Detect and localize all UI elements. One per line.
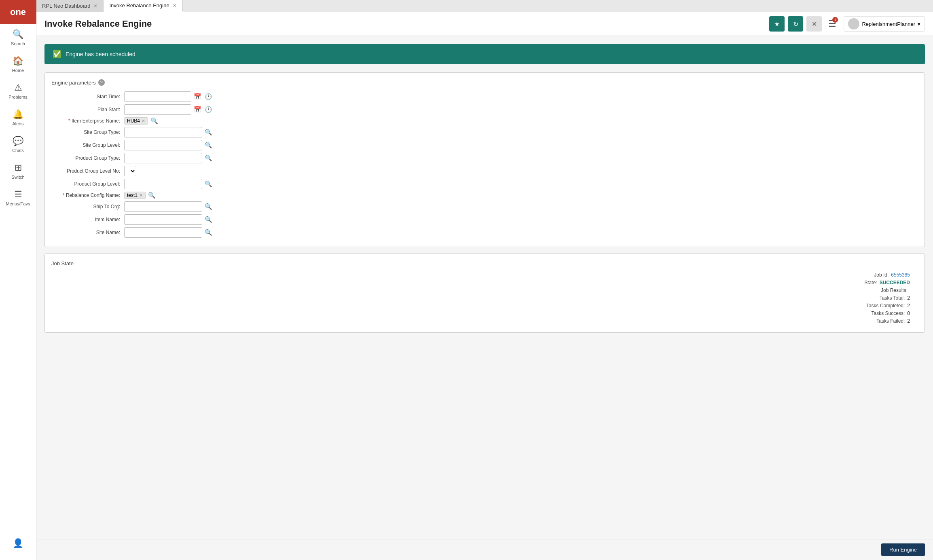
sidebar: one 🔍 Search 🏠 Home ⚠ Problems 🔔 Alerts … — [0, 0, 36, 560]
run-engine-button[interactable]: Run Engine — [881, 543, 925, 556]
sidebar-item-home[interactable]: 🏠 Home — [0, 51, 36, 78]
state-row: State: SUCCEEDED — [51, 280, 918, 285]
product-group-type-input[interactable] — [124, 153, 202, 163]
item-enterprise-name-search-icon[interactable]: 🔍 — [150, 117, 159, 125]
app-logo: one — [0, 0, 36, 24]
tab-rebalance[interactable]: Invoke Rebalance Engine ✕ — [104, 0, 182, 12]
field-product-group-level: Product Group Level: 🔍 — [51, 179, 918, 189]
tasks-failed-label: Tasks Failed: — [842, 318, 907, 324]
start-time-label: Start Time: — [51, 94, 124, 99]
job-id-value[interactable]: 6555385 — [891, 272, 910, 278]
product-group-level-input[interactable] — [124, 179, 202, 189]
rebalance-config-name-tag-value: test1 — [127, 192, 138, 198]
content-area: ✅ Engine has been scheduled Engine param… — [36, 36, 933, 539]
user-dropdown[interactable]: ReplenishmentPlanner ▾ — [844, 16, 925, 32]
rebalance-config-name-tag-remove[interactable]: ✕ — [139, 193, 143, 198]
success-message: Engine has been scheduled — [66, 51, 135, 57]
plan-start-calendar-icon[interactable]: 📅 — [193, 106, 202, 113]
sidebar-item-alerts[interactable]: 🔔 Alerts — [0, 104, 36, 131]
ship-to-org-search-icon[interactable]: 🔍 — [204, 203, 213, 210]
tasks-completed-value: 2 — [907, 303, 910, 309]
site-group-level-label: Site Group Level: — [51, 142, 124, 148]
site-group-type-label: Site Group Type: — [51, 129, 124, 135]
favorite-button[interactable]: ★ — [769, 16, 785, 32]
sidebar-item-menus[interactable]: ☰ Menus/Favs — [0, 184, 36, 211]
chevron-down-icon: ▾ — [918, 21, 920, 27]
page-header: Invoke Rebalance Engine ★ ↻ ✕ ☰ 1 Replen… — [36, 12, 933, 36]
item-name-search-icon[interactable]: 🔍 — [204, 216, 213, 223]
plan-start-clock-icon[interactable]: 🕐 — [204, 106, 213, 113]
tab-dashboard[interactable]: RPL Neo Dashboard ✕ — [36, 0, 104, 12]
sidebar-item-label-alerts: Alerts — [12, 121, 23, 126]
notification-button[interactable]: ☰ 1 — [828, 19, 836, 29]
ship-to-org-input[interactable] — [124, 201, 202, 212]
start-time-calendar-icon[interactable]: 📅 — [193, 93, 202, 100]
tasks-total-row: Tasks Total: 2 — [51, 295, 918, 301]
product-group-level-no-label: Product Group Level No: — [51, 168, 124, 174]
start-time-input[interactable] — [124, 91, 191, 102]
job-state-title: Job State — [51, 260, 918, 266]
item-enterprise-name-tag-remove[interactable]: ✕ — [142, 118, 145, 124]
tasks-total-label: Tasks Total: — [842, 295, 907, 301]
chats-icon: 💬 — [13, 136, 23, 146]
plan-start-label: Plan Start: — [51, 107, 124, 112]
home-icon: 🏠 — [13, 56, 23, 66]
help-icon[interactable]: ? — [98, 79, 105, 86]
rebalance-config-name-input-wrap: test1 ✕ 🔍 — [124, 192, 213, 199]
rebalance-config-name-label: Rebalance Config Name: — [51, 192, 124, 198]
plan-start-input[interactable] — [124, 104, 191, 115]
site-group-level-search-icon[interactable]: 🔍 — [204, 142, 213, 149]
product-group-level-no-input-wrap — [124, 166, 213, 176]
site-group-level-input[interactable] — [124, 140, 202, 150]
job-state-label: Job State — [51, 260, 74, 266]
site-group-type-search-icon[interactable]: 🔍 — [204, 129, 213, 136]
rebalance-config-name-search-icon[interactable]: 🔍 — [147, 192, 157, 199]
main-area: RPL Neo Dashboard ✕ Invoke Rebalance Eng… — [36, 0, 933, 560]
refresh-button[interactable]: ↻ — [788, 16, 803, 32]
product-group-type-input-wrap: 🔍 — [124, 153, 213, 163]
sidebar-item-label-home: Home — [12, 68, 24, 73]
tasks-failed-row: Tasks Failed: 2 — [51, 318, 918, 324]
start-time-clock-icon[interactable]: 🕐 — [204, 93, 213, 100]
product-group-level-input-wrap: 🔍 — [124, 179, 213, 189]
item-enterprise-name-label: Item Enterprise Name: — [51, 118, 124, 124]
sidebar-item-problems[interactable]: ⚠ Problems — [0, 78, 36, 104]
site-name-input[interactable] — [124, 227, 202, 238]
item-name-input-wrap: 🔍 — [124, 214, 213, 225]
product-group-type-search-icon[interactable]: 🔍 — [204, 154, 213, 162]
sidebar-item-label-menus: Menus/Favs — [6, 201, 30, 206]
item-enterprise-name-tag: HUB4 ✕ — [124, 117, 148, 125]
state-label: State: — [815, 280, 880, 285]
field-site-group-type: Site Group Type: 🔍 — [51, 127, 918, 137]
site-name-input-wrap: 🔍 — [124, 227, 213, 238]
tab-rebalance-label: Invoke Rebalance Engine — [109, 2, 169, 8]
sidebar-item-switch[interactable]: ⊞ Switch — [0, 158, 36, 184]
tab-dashboard-close[interactable]: ✕ — [93, 4, 97, 8]
sidebar-item-user-settings[interactable]: 👤 — [11, 533, 25, 555]
user-avatar — [848, 18, 859, 30]
site-group-type-input[interactable] — [124, 127, 202, 137]
sidebar-item-label-search: Search — [11, 41, 25, 46]
sidebar-item-chats[interactable]: 💬 Chats — [0, 131, 36, 158]
sidebar-item-search[interactable]: 🔍 Search — [0, 24, 36, 51]
tasks-success-label: Tasks Success: — [842, 311, 907, 316]
success-banner: ✅ Engine has been scheduled — [44, 44, 925, 64]
tasks-failed-value: 2 — [907, 318, 910, 324]
product-group-level-no-select[interactable] — [124, 166, 136, 176]
state-value: SUCCEEDED — [880, 280, 910, 285]
tab-dashboard-label: RPL Neo Dashboard — [42, 3, 90, 9]
engine-params-label: Engine parameters — [51, 80, 96, 86]
close-button[interactable]: ✕ — [806, 16, 822, 32]
start-time-input-wrap: 📅 🕐 — [124, 91, 213, 102]
item-name-input[interactable] — [124, 214, 202, 225]
rebalance-config-name-tag: test1 ✕ — [124, 192, 146, 199]
product-group-level-search-icon[interactable]: 🔍 — [204, 180, 213, 188]
site-name-search-icon[interactable]: 🔍 — [204, 229, 213, 236]
item-name-label: Item Name: — [51, 217, 124, 222]
switch-icon: ⊞ — [15, 163, 22, 173]
tasks-success-value: 0 — [907, 311, 910, 316]
field-ship-to-org: Ship To Org: 🔍 — [51, 201, 918, 212]
tab-rebalance-close[interactable]: ✕ — [173, 3, 177, 8]
site-group-level-input-wrap: 🔍 — [124, 140, 213, 150]
job-id-label: Job Id: — [826, 272, 891, 278]
